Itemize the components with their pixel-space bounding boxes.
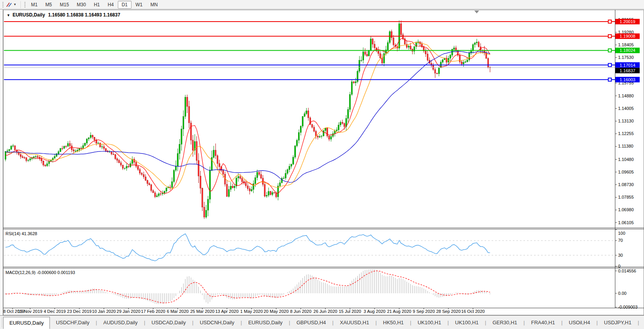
draw-tool-icon	[6, 2, 13, 7]
rsi-pane[interactable]: 10070300	[4, 230, 625, 269]
macd-tick-label: 0.00	[618, 291, 626, 296]
date-tick-label: 13 Apr 2020	[215, 309, 238, 314]
price-tick-label: 1.06105	[618, 220, 634, 225]
rsi-tick-label: 70	[618, 238, 623, 243]
level-price-badge: 1.16003	[620, 77, 635, 82]
chart-menu-marker-icon[interactable]: ▼	[7, 13, 10, 17]
price-tick-label: 1.14880	[618, 93, 634, 98]
timeframe-button-mn[interactable]: MN	[146, 1, 162, 9]
symbol-tab-usdjpy-h1[interactable]: USDJPY,H1	[598, 316, 637, 329]
symbol-tab-fra40-h1[interactable]: FRA40,H1	[525, 316, 561, 329]
date-tick-label: 8 Jun 2020	[290, 309, 311, 314]
date-tick-label: 6 Mar 2020	[167, 309, 189, 314]
chart-title: ▼EURUSD,Daily1.16580 1.16838 1.16493 1.1…	[7, 12, 120, 18]
left-gutter	[0, 9, 3, 315]
date-tick-label: 3 Aug 2020	[364, 309, 386, 314]
moving-average-50	[5, 51, 490, 183]
date-tick-label: 21 Aug 2020	[387, 309, 412, 314]
timeframe-button-w1[interactable]: W1	[132, 1, 146, 9]
date-tick-label: 15 Nov 2019	[18, 309, 42, 314]
timeframe-button-m5[interactable]: M5	[42, 1, 56, 9]
date-tick-label: 29 Jan 2020	[117, 309, 141, 314]
moving-average-16	[5, 42, 490, 189]
level-price-badge: 1.19008	[620, 34, 635, 38]
symbol-tab-xauusd-h1[interactable]: XAUUSD,H1	[334, 316, 375, 329]
timeframe-button-m30[interactable]: M30	[73, 1, 90, 9]
level-handle[interactable]	[608, 35, 611, 38]
timeframe-button-h1[interactable]: H1	[90, 1, 104, 9]
price-tick-label: 1.12255	[618, 131, 634, 136]
price-tick-label: 1.10480	[618, 157, 634, 162]
macd-pane[interactable]: 0.0145560.00-0.009003	[5, 269, 638, 309]
date-tick-label: 9 Sep 2020	[413, 309, 435, 314]
rsi-tick-label: 30	[618, 253, 623, 258]
price-tick-label: 1.14005	[618, 106, 634, 111]
date-tick-label: 15 Jul 2020	[339, 309, 361, 314]
date-tick-label: 17 Feb 2020	[141, 309, 165, 314]
price-tick-label: 1.06980	[618, 207, 634, 212]
toolbar-grip-2[interactable]	[24, 2, 26, 8]
macd-tick-label: 0.014556	[618, 269, 636, 273]
rsi-tick-label: 100	[618, 231, 625, 236]
rsi-indicator-label: RSI(14) 41.3628	[5, 231, 37, 236]
price-tick-label: 1.13130	[618, 119, 634, 123]
toolbar: ▼ M1M5M15M30H1H4D1W1MN	[0, 0, 644, 9]
symbol-tab-hk50-h1[interactable]: HK50,H1	[377, 316, 410, 329]
date-tick-label: 4 Dec 2019	[44, 309, 66, 314]
date-tick-label: 1 May 2020	[240, 309, 263, 314]
symbol-tab-usdcnh-daily[interactable]: USDCNH,Daily	[194, 316, 240, 329]
symbol-tab-dj30-daily[interactable]: DJ30,Daily	[639, 316, 644, 329]
level-handle[interactable]	[608, 78, 611, 81]
level-handle[interactable]	[608, 64, 611, 67]
macd-indicator-label: MACD(12,26,9) -0.000600 0.001193	[5, 270, 75, 275]
date-tick-label: 16 Oct 2020	[461, 309, 485, 314]
level-price-badge: 1.18024	[620, 48, 635, 53]
moving-average-8	[5, 38, 490, 194]
level-handle[interactable]	[608, 20, 611, 23]
symbol-tab-uk100-h1[interactable]: UK100,H1	[412, 316, 447, 329]
toolbar-grip[interactable]	[2, 2, 4, 8]
date-tick-label: 20 May 2020	[263, 309, 289, 314]
symbol-tab-uk100-h1[interactable]: UK100,H1	[449, 316, 485, 329]
timeframe-button-m1[interactable]: M1	[27, 1, 42, 9]
draw-tool-button[interactable]: ▼	[5, 2, 18, 8]
date-tick-label: 26 Jun 2020	[313, 309, 337, 314]
symbol-tab-eurusd-daily[interactable]: EURUSD,Daily	[3, 317, 50, 329]
timeframe-buttons: M1M5M15M30H1H4D1W1MN	[27, 1, 162, 9]
chart-shift-marker[interactable]	[474, 11, 479, 13]
symbol-tab-usoil-h4[interactable]: USOil,H4	[563, 316, 596, 329]
price-tick-label: 1.08730	[618, 182, 634, 187]
symbol-tab-usdcad-daily[interactable]: USDCAD,Daily	[146, 316, 192, 329]
horizontal-levels[interactable]	[4, 20, 615, 81]
macd-signal-line	[5, 271, 490, 303]
price-tick-label: 1.07855	[618, 195, 634, 199]
symbol-tab-eurusd-daily[interactable]: EURUSD,Daily	[242, 316, 288, 329]
dropdown-caret-icon[interactable]: ▼	[13, 3, 16, 6]
symbol-tab-usdchf-daily[interactable]: USDCHF,Daily	[50, 316, 95, 329]
price-tick-label: 1.17530	[618, 55, 634, 60]
time-axis[interactable]: 28 Oct 201915 Nov 20194 Dec 201923 Dec 2…	[1, 308, 485, 314]
timeframe-button-d1[interactable]: D1	[118, 1, 132, 9]
symbol-tabbar: EURUSD,DailyUSDCHF,Daily|AUDUSD,Daily|US…	[0, 315, 644, 329]
date-tick-label: 25 Mar 2020	[190, 309, 214, 314]
symbol-tabs: EURUSD,DailyUSDCHF,Daily|AUDUSD,Daily|US…	[3, 316, 644, 329]
symbol-tab-audusd-daily[interactable]: AUDUSD,Daily	[97, 316, 143, 329]
price-badges: 1.200191.190081.180241.170141.168371.160…	[615, 19, 640, 82]
price-tick-label: 1.09605	[618, 170, 634, 174]
ohlc-values: 1.16580 1.16838 1.16493 1.16837	[48, 12, 121, 18]
tabbar-grip[interactable]	[1, 317, 2, 327]
level-handle[interactable]	[608, 49, 611, 52]
price-tick-label: 1.18405	[618, 42, 634, 47]
symbol-tab-gbpusd-h4[interactable]: GBPUSD,H4	[291, 316, 332, 329]
symbol-tab-ger30-h1[interactable]: GER30,H1	[487, 316, 523, 329]
symbol-period-label: EURUSD,Daily	[13, 12, 45, 18]
current-price-badge: 1.16837	[620, 68, 635, 73]
date-tick-label: 23 Dec 2019	[67, 309, 91, 314]
level-price-badge: 1.20019	[620, 19, 635, 24]
chart-canvas[interactable]: 1.201551.192801.184051.175301.166551.157…	[0, 0, 644, 315]
level-price-badge: 1.17014	[620, 63, 635, 68]
rsi-line	[5, 234, 490, 261]
timeframe-button-m15[interactable]: M15	[56, 1, 73, 9]
timeframe-button-h4[interactable]: H4	[104, 1, 117, 9]
rsi-tick-label: 0	[618, 264, 620, 269]
